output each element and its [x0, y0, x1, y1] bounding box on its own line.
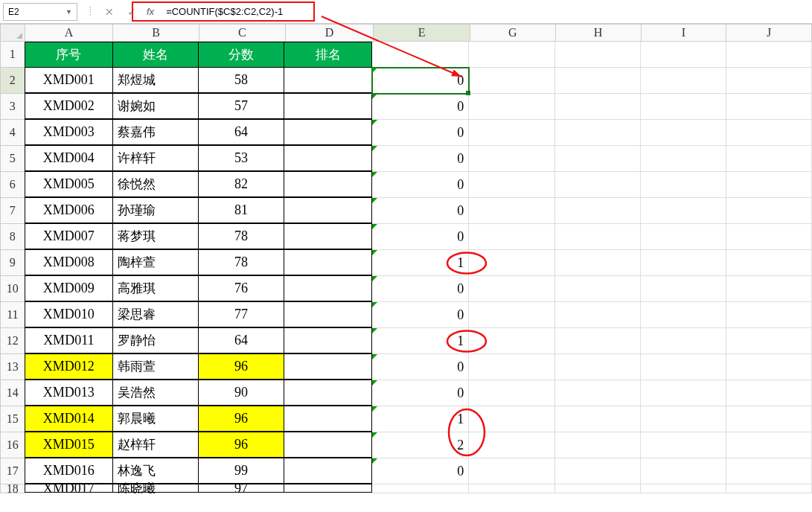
cell-G7[interactable] [469, 198, 554, 224]
cell-D3[interactable] [284, 93, 372, 119]
column-header-I[interactable]: I [642, 24, 727, 42]
cell-E1[interactable] [372, 42, 469, 68]
cell-A10[interactable]: XMD009 [25, 275, 113, 301]
cell-A18[interactable]: XMD017 [25, 484, 113, 493]
column-header-B[interactable]: B [113, 24, 199, 42]
cell-H14[interactable] [555, 380, 641, 406]
cell-I15[interactable] [641, 406, 726, 432]
cell-I16[interactable] [641, 432, 726, 458]
cell-E18[interactable] [372, 484, 469, 493]
row-header[interactable]: 14 [0, 380, 25, 406]
column-header-H[interactable]: H [556, 24, 642, 42]
cell-G6[interactable] [469, 172, 554, 198]
cell-C6[interactable]: 82 [198, 171, 284, 197]
row-header[interactable]: 1 [0, 42, 25, 68]
cell-B2[interactable]: 郑煜城 [112, 67, 199, 93]
cell-B5[interactable]: 许梓轩 [112, 145, 199, 171]
cell-E2[interactable]: 0 [372, 68, 469, 94]
cell-H18[interactable] [555, 484, 641, 493]
cell-H16[interactable] [555, 432, 641, 458]
cell-J15[interactable] [726, 406, 812, 432]
row-header[interactable]: 5 [0, 146, 25, 172]
cell-H13[interactable] [555, 354, 641, 380]
cell-C10[interactable]: 76 [198, 275, 284, 301]
cell-D5[interactable] [284, 145, 372, 171]
cell-H15[interactable] [555, 406, 641, 432]
row-header[interactable]: 7 [0, 198, 25, 224]
cell-C8[interactable]: 78 [198, 223, 284, 249]
cell-C1[interactable]: 分数 [198, 42, 284, 68]
cell-A8[interactable]: XMD007 [25, 223, 113, 249]
cell-J10[interactable] [726, 276, 812, 302]
row-header[interactable]: 8 [0, 224, 25, 250]
cell-B10[interactable]: 高雅琪 [112, 275, 199, 301]
cell-B11[interactable]: 梁思睿 [112, 301, 199, 327]
cell-A1[interactable]: 序号 [25, 42, 113, 68]
row-header[interactable]: 4 [0, 120, 25, 146]
cell-C12[interactable]: 64 [198, 327, 284, 353]
cell-I5[interactable] [641, 146, 726, 172]
cell-C15[interactable]: 96 [198, 406, 284, 432]
cell-J2[interactable] [726, 68, 812, 94]
cell-J3[interactable] [726, 94, 812, 120]
cell-E6[interactable]: 0 [372, 172, 469, 198]
cell-E3[interactable]: 0 [372, 94, 469, 120]
cell-E12[interactable]: 1 [372, 328, 469, 354]
cell-E15[interactable]: 1 [372, 406, 469, 432]
cell-A9[interactable]: XMD008 [25, 249, 113, 275]
cell-J9[interactable] [726, 250, 812, 276]
cell-B8[interactable]: 蒋梦琪 [112, 223, 199, 249]
cell-A3[interactable]: XMD002 [25, 93, 113, 119]
cell-I4[interactable] [641, 120, 726, 146]
cell-J4[interactable] [726, 120, 812, 146]
row-header[interactable]: 13 [0, 354, 25, 380]
row-header[interactable]: 3 [0, 94, 25, 120]
cell-D12[interactable] [284, 327, 372, 353]
cell-D10[interactable] [284, 275, 372, 301]
formula-input[interactable]: =COUNTIF($C$2:C2,C2)-1 [162, 4, 310, 19]
cell-B3[interactable]: 谢婉如 [112, 93, 199, 119]
cell-A11[interactable]: XMD010 [25, 301, 113, 327]
cell-G1[interactable] [469, 42, 554, 68]
row-header[interactable]: 11 [0, 302, 25, 328]
cell-E16[interactable]: 2 [372, 432, 469, 458]
cell-H12[interactable] [555, 328, 641, 354]
column-header-D[interactable]: D [286, 24, 374, 42]
cell-B9[interactable]: 陶梓萱 [112, 249, 199, 275]
cell-D18[interactable] [284, 484, 372, 493]
cell-C18[interactable]: 97 [198, 484, 284, 493]
row-header[interactable]: 2 [0, 68, 25, 94]
cell-J17[interactable] [726, 458, 812, 484]
cell-D16[interactable] [284, 432, 372, 458]
cell-A13[interactable]: XMD012 [25, 353, 113, 380]
cell-I10[interactable] [641, 276, 726, 302]
cell-H1[interactable] [555, 42, 641, 68]
cell-I3[interactable] [641, 94, 726, 120]
cell-C11[interactable]: 77 [198, 301, 284, 327]
cell-A14[interactable]: XMD013 [25, 380, 113, 406]
cell-E5[interactable]: 0 [372, 146, 469, 172]
name-box-dropdown-icon[interactable]: ▼ [65, 8, 72, 16]
cell-E11[interactable]: 0 [372, 302, 469, 328]
cell-G14[interactable] [469, 380, 554, 406]
cell-G12[interactable] [469, 328, 554, 354]
cell-D6[interactable] [284, 171, 372, 197]
cell-D15[interactable] [284, 406, 372, 432]
cell-G9[interactable] [469, 250, 554, 276]
row-header[interactable]: 18 [0, 484, 25, 493]
cell-B18[interactable]: 陈晓曦 [112, 484, 199, 493]
cell-B4[interactable]: 蔡嘉伟 [112, 119, 199, 145]
cell-J13[interactable] [726, 354, 812, 380]
cell-C9[interactable]: 78 [198, 249, 284, 275]
row-header[interactable]: 6 [0, 172, 25, 198]
cell-E14[interactable]: 0 [372, 380, 469, 406]
cell-A16[interactable]: XMD015 [25, 432, 113, 458]
cell-G17[interactable] [469, 458, 554, 484]
cell-C16[interactable]: 96 [198, 432, 284, 458]
cell-H3[interactable] [555, 94, 641, 120]
cell-J18[interactable] [726, 484, 812, 493]
cell-D1[interactable]: 排名 [284, 42, 372, 68]
cell-A6[interactable]: XMD005 [25, 171, 113, 197]
select-all-corner[interactable] [0, 24, 25, 42]
cell-G10[interactable] [469, 276, 554, 302]
